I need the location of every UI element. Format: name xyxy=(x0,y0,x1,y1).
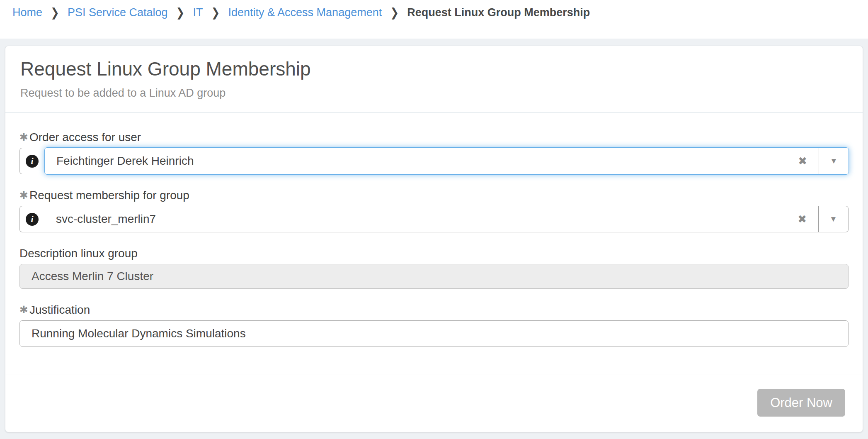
required-asterisk-icon: ✱ xyxy=(19,130,28,144)
chevron-right-icon: ❯ xyxy=(176,2,185,23)
group-field-label: ✱ Request membership for group xyxy=(19,188,849,202)
description-input xyxy=(19,264,849,289)
breadcrumb-it[interactable]: IT xyxy=(193,3,203,22)
description-field-label: Description linux group xyxy=(19,246,849,261)
user-field-label-text: Order access for user xyxy=(29,130,141,144)
breadcrumb: Home ❯ PSI Service Catalog ❯ IT ❯ Identi… xyxy=(12,3,590,22)
page-subtitle: Request to be added to a Linux AD group xyxy=(20,86,848,100)
chevron-right-icon: ❯ xyxy=(390,2,399,23)
group-selected-value: svc-cluster_merlin7 xyxy=(44,212,786,226)
breadcrumb-psi-service-catalog[interactable]: PSI Service Catalog xyxy=(68,3,168,22)
info-circle-icon[interactable]: i xyxy=(26,155,39,168)
justification-field-label-text: Justification xyxy=(29,303,90,317)
field-group-group: ✱ Request membership for group i svc-clu… xyxy=(19,188,849,232)
field-group-justification: ✱ Justification xyxy=(19,303,849,347)
dropdown-caret-icon[interactable]: ▼ xyxy=(818,206,848,232)
clear-selection-icon[interactable]: ✖ xyxy=(786,213,818,226)
info-circle-icon[interactable]: i xyxy=(26,213,39,226)
breadcrumb-identity-access-management[interactable]: Identity & Access Management xyxy=(228,3,382,22)
user-combobox[interactable]: i Feichtinger Derek Heinrich ✖ ▼ xyxy=(19,148,849,174)
field-group-user: ✱ Order access for user i Feichtinger De… xyxy=(19,130,849,174)
dropdown-caret-icon[interactable]: ▼ xyxy=(819,148,849,174)
user-field-label: ✱ Order access for user xyxy=(19,130,849,144)
breadcrumb-home[interactable]: Home xyxy=(12,3,42,22)
field-group-description: Description linux group xyxy=(19,246,849,289)
request-form-card: Request Linux Group Membership Request t… xyxy=(5,46,863,432)
group-select[interactable]: svc-cluster_merlin7 ✖ ▼ xyxy=(44,206,849,232)
required-asterisk-icon: ✱ xyxy=(19,302,28,317)
order-now-button[interactable]: Order Now xyxy=(757,389,845,417)
chevron-right-icon: ❯ xyxy=(51,2,59,23)
card-footer: Order Now xyxy=(5,375,863,432)
user-select[interactable]: Feichtinger Derek Heinrich ✖ ▼ xyxy=(44,147,849,175)
breadcrumb-bar: Home ❯ PSI Service Catalog ❯ IT ❯ Identi… xyxy=(0,0,868,39)
breadcrumb-current-page: Request Linux Group Membership xyxy=(407,3,590,22)
card-header: Request Linux Group Membership Request t… xyxy=(5,46,863,113)
clear-selection-icon[interactable]: ✖ xyxy=(786,155,819,168)
group-field-label-text: Request membership for group xyxy=(29,188,189,202)
group-info-addon: i xyxy=(19,206,44,232)
user-info-addon: i xyxy=(19,148,44,174)
justification-field-label: ✱ Justification xyxy=(19,303,849,317)
page-title: Request Linux Group Membership xyxy=(20,57,848,81)
justification-input[interactable] xyxy=(19,320,849,347)
required-asterisk-icon: ✱ xyxy=(19,188,28,202)
group-combobox[interactable]: i svc-cluster_merlin7 ✖ ▼ xyxy=(19,206,849,232)
form-body: ✱ Order access for user i Feichtinger De… xyxy=(5,113,863,347)
chevron-right-icon: ❯ xyxy=(211,2,220,23)
description-field-label-text: Description linux group xyxy=(19,246,138,261)
user-selected-value: Feichtinger Derek Heinrich xyxy=(45,154,786,168)
